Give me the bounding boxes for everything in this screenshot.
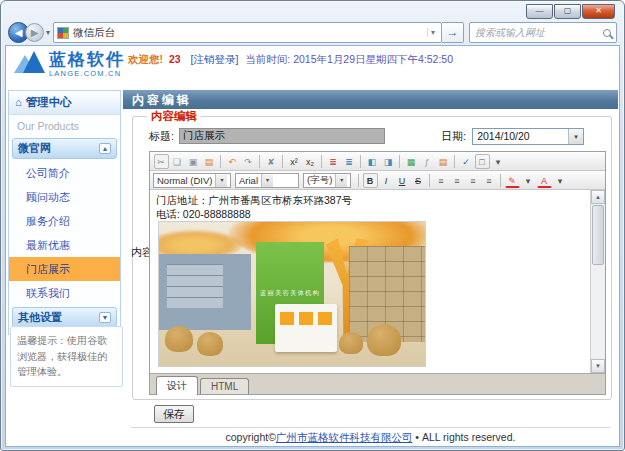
close-button[interactable]: ✕ <box>582 4 615 19</box>
sidebar-admin-center[interactable]: ⌂管理中心 <box>9 91 120 115</box>
browser-window: — ▢ ✕ ◀ ▶ ▾ 微信后台 ▾ → 蓝格软件 L <box>0 0 625 451</box>
font-color-icon[interactable]: A <box>537 173 552 188</box>
date-select[interactable]: 2014/10/20 ▾ <box>472 128 584 145</box>
caret-icon[interactable]: ▾ <box>491 154 506 169</box>
store-photo[interactable]: 蓝丽美容美体机构 <box>158 221 426 367</box>
bold-icon[interactable]: B <box>363 173 378 188</box>
address-dropdown-caret-icon[interactable]: ▾ <box>427 28 438 37</box>
fontsize-dropdown[interactable]: (字号) ▾ <box>303 173 351 188</box>
editor-text[interactable]: 门店地址：广州市番禺区市桥东环路387号 电话: 020-88888888 <box>156 193 352 221</box>
superscript-icon[interactable]: x² <box>287 154 302 169</box>
sidebar-item-contact-us[interactable]: 联系我们 <box>9 281 120 305</box>
unordered-list-icon[interactable]: ≣ <box>342 154 357 169</box>
font-color-caret-icon[interactable]: ▾ <box>553 173 568 188</box>
save-button[interactable]: 保存 <box>154 405 194 423</box>
format-dropdown[interactable]: Normal (DIV) ▾ <box>153 173 231 188</box>
align-right-icon[interactable]: ≡ <box>466 173 481 188</box>
page-title: 内容编辑 <box>123 90 618 109</box>
font-caret-icon[interactable]: ▾ <box>261 174 273 187</box>
remove-format-icon[interactable]: ✘ <box>264 154 279 169</box>
sidebar: ⌂管理中心 Our Products 微官网 ▲ 公司简介 顾问动态 服务介绍 … <box>8 90 121 335</box>
insert-flash-icon[interactable]: ƒ <box>420 154 435 169</box>
underline-icon[interactable]: U <box>395 173 410 188</box>
address-bar[interactable]: 微信后台 ▾ <box>53 22 442 43</box>
editor-content[interactable]: 门店地址：广州市番禺区市桥东环路387号 电话: 020-88888888 蓝丽… <box>150 190 605 373</box>
logout-link[interactable]: [注销登录] <box>191 53 239 65</box>
align-left-icon[interactable]: ≡ <box>434 173 449 188</box>
cut-icon[interactable]: ✂ <box>154 154 169 169</box>
align-justify-icon[interactable]: ≡ <box>482 173 497 188</box>
window-controls: — ▢ ✕ <box>525 4 615 19</box>
subscript-icon[interactable]: x₂ <box>303 154 318 169</box>
history-caret-icon[interactable]: ▾ <box>46 28 50 37</box>
main-area: 内容编辑 内容编辑 标题: 日期: 2014/10/20 ▾ 内容: ✂❏▣▤↶… <box>123 90 618 445</box>
toolbar-separator <box>454 155 455 168</box>
photo-chair <box>165 326 193 352</box>
go-button[interactable]: → <box>442 22 464 43</box>
format-caret-icon[interactable]: ▾ <box>215 174 227 187</box>
ordered-list-icon[interactable]: ≣ <box>326 154 341 169</box>
search-icon[interactable] <box>603 29 611 37</box>
copyright-suffix: • ALL rights reserved. <box>412 431 515 443</box>
insert-image-icon[interactable]: ▦ <box>404 154 419 169</box>
tab-design[interactable]: 设计 <box>156 376 198 395</box>
date-caret-icon[interactable]: ▾ <box>568 129 583 144</box>
collapse-icon[interactable]: ▲ <box>99 143 111 154</box>
highlight-caret-icon[interactable]: ▾ <box>521 173 536 188</box>
sidebar-section-weiguanwang[interactable]: 微官网 ▲ <box>12 138 117 159</box>
toolbar-separator <box>358 174 359 187</box>
title-date-row: 标题: 日期: 2014/10/20 ▾ <box>149 127 599 145</box>
scroll-down-icon[interactable]: ▼ <box>591 359 605 373</box>
photo-caption: 蓝丽美容美体机构 <box>260 289 320 298</box>
forward-button[interactable]: ▶ <box>25 23 44 42</box>
minimize-button[interactable]: — <box>526 4 553 19</box>
align-center-icon[interactable]: ≡ <box>450 173 465 188</box>
editor-scrollbar[interactable]: ▲ ▼ <box>590 190 605 373</box>
sidebar-item-services[interactable]: 服务介绍 <box>9 209 120 233</box>
maximize-button[interactable]: ▢ <box>554 4 581 19</box>
logo: 蓝格软件 LANGE.COM.CN <box>14 51 125 78</box>
current-time: 当前时间: 2015年1月29日星期四下午4:52:50 <box>245 53 453 65</box>
table-icon[interactable]: □ <box>475 154 490 169</box>
logo-diamond-icon <box>14 51 44 77</box>
sidebar-section-other-settings[interactable]: 其他设置 ▼ <box>12 307 117 328</box>
photo-desk-tile <box>318 312 332 325</box>
strikethrough-icon[interactable]: S <box>411 173 426 188</box>
scrollbar-track[interactable] <box>591 266 605 359</box>
outdent-icon[interactable]: ◧ <box>365 154 380 169</box>
home-icon: ⌂ <box>15 96 22 108</box>
paste-from-word-icon[interactable]: ▤ <box>202 154 217 169</box>
toolbar-separator <box>360 155 361 168</box>
sidebar-item-consultant-news[interactable]: 顾问动态 <box>9 185 120 209</box>
scrollbar-thumb[interactable] <box>592 205 604 265</box>
font-dropdown[interactable]: Arial ▾ <box>235 173 299 188</box>
fontsize-caret-icon[interactable]: ▾ <box>335 174 347 187</box>
sidebar-item-company-intro[interactable]: 公司简介 <box>9 161 120 185</box>
italic-icon[interactable]: I <box>379 173 394 188</box>
format-buttons: BIUS≡≡≡≡✎▾A▾ <box>362 173 568 188</box>
logo-text: 蓝格软件 LANGE.COM.CN <box>49 51 125 78</box>
sidebar-item-promotions[interactable]: 最新优惠 <box>9 233 120 257</box>
company-link[interactable]: 广州市蓝格软件科技有限公司 <box>276 431 413 443</box>
tab-html[interactable]: HTML <box>200 378 249 394</box>
expand-icon[interactable]: ▼ <box>99 312 111 323</box>
spellcheck-icon[interactable]: ✓ <box>459 154 474 169</box>
title-input[interactable] <box>179 128 385 144</box>
highlight-color-icon[interactable]: ✎ <box>505 173 520 188</box>
paste-icon[interactable]: ▣ <box>186 154 201 169</box>
search-input[interactable] <box>475 27 603 38</box>
scroll-up-icon[interactable]: ▲ <box>591 190 605 204</box>
fieldset-legend: 内容编辑 <box>147 109 201 124</box>
indent-icon[interactable]: ◨ <box>381 154 396 169</box>
insert-media-icon[interactable]: ▤ <box>436 154 451 169</box>
rich-text-editor: ✂❏▣▤↶↷✘x²x₂≣≣◧◨▦ƒ▤✓□▾ Normal (DIV) ▾ Ari… <box>149 151 606 395</box>
redo-icon[interactable]: ↷ <box>241 154 256 169</box>
photo-desk-tile <box>299 312 313 325</box>
sidebar-item-store-display[interactable]: 门店展示 <box>9 257 120 281</box>
toolbar-separator <box>321 155 322 168</box>
search-box[interactable] <box>469 22 617 43</box>
toolbar-separator <box>429 174 430 187</box>
undo-icon[interactable]: ↶ <box>225 154 240 169</box>
store-phone-line: 电话: 020-88888888 <box>156 207 352 221</box>
copy-icon[interactable]: ❏ <box>170 154 185 169</box>
